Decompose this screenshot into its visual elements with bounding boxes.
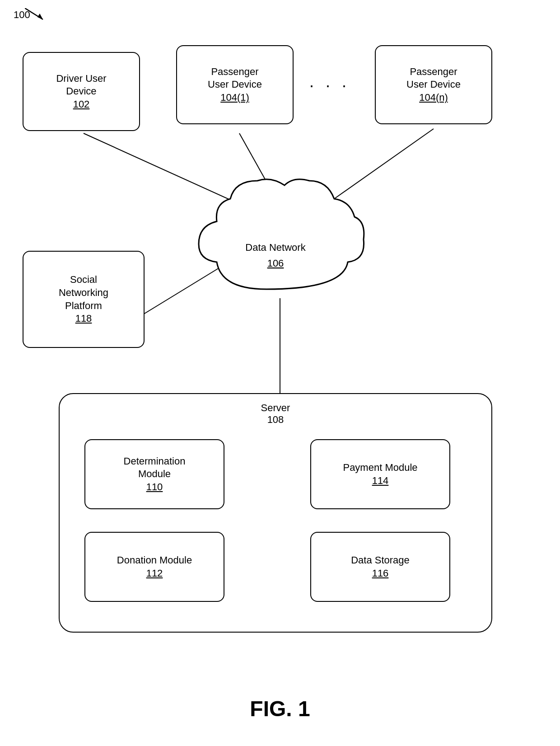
ellipsis-dots: · · · <box>309 76 350 95</box>
social-networking-platform-box: Social Networking Platform 118 <box>23 251 145 348</box>
driver-user-device-box: Driver User Device 102 <box>23 52 140 131</box>
ref-100-arrow <box>25 8 47 22</box>
server-label: Server 108 <box>261 402 290 426</box>
svg-text:Data Network: Data Network <box>245 242 306 253</box>
svg-text:106: 106 <box>267 258 284 269</box>
determination-module-box: Determination Module 110 <box>84 439 224 509</box>
passenger-device-n-box: Passenger User Device 104(n) <box>375 45 492 124</box>
svg-marker-1 <box>37 14 43 19</box>
data-network-cloud: Data Network 106 <box>190 167 370 312</box>
diagram: 100 Driver User Device 102 Passenger Use… <box>0 0 560 746</box>
passenger-device-1-box: Passenger User Device 104(1) <box>176 45 294 124</box>
server-box: Server 108 Determination Module 110 Paym… <box>59 393 492 633</box>
payment-module-box: Payment Module 114 <box>310 439 450 509</box>
donation-module-box: Donation Module 112 <box>84 532 224 602</box>
figure-label: FIG. 1 <box>250 696 310 721</box>
data-storage-box: Data Storage 116 <box>310 532 450 602</box>
